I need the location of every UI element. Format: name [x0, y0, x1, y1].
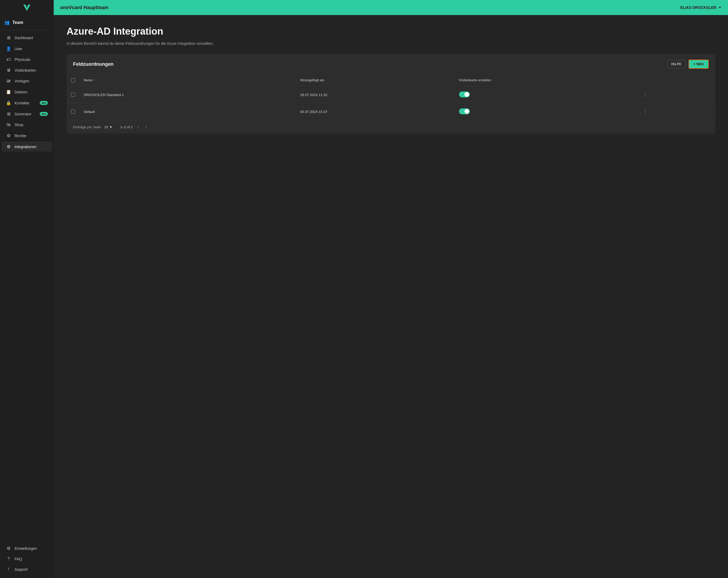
row2-checkbox-cell — [67, 103, 79, 120]
table-row: DROCKSLER-Standard-1 26.07.2024 11:32 ⋮ — [67, 86, 715, 103]
support-icon: ! — [6, 567, 11, 572]
row1-checkbox-cell — [67, 86, 79, 103]
sidebar-item-label: Shop — [15, 123, 23, 127]
sidebar-item-user[interactable]: 👤 User — [2, 44, 52, 54]
table-tbody: DROCKSLER-Standard-1 26.07.2024 11:32 ⋮ — [67, 86, 715, 120]
row1-toggle[interactable] — [459, 91, 470, 98]
row2-added-at: 04.07.2024 15:47 — [296, 103, 455, 120]
row2-dots-menu[interactable]: ⋮ — [641, 108, 711, 116]
sidebar-item-label: Visitenkarten — [15, 68, 36, 73]
col-checkbox — [67, 74, 79, 86]
sidebar-item-rechte[interactable]: ⚙ Rechte — [2, 130, 52, 141]
row1-actions: ⋮ — [636, 86, 715, 103]
sidebar-item-dashboard[interactable]: ⊞ Dashboard — [2, 32, 52, 43]
svg-marker-0 — [23, 5, 31, 11]
table-footer: Einträge pro Seite 10 ▼ 1–2 of 2 ‹ › — [67, 120, 715, 134]
sidebar-item-shop[interactable]: 🛍 Shop — [2, 120, 52, 130]
row1-toggle-cell — [455, 86, 636, 103]
sidebar-item-label: Generator — [15, 112, 31, 116]
row1-name: DROCKSLER-Standard-1 — [79, 86, 296, 103]
sidebar-section-team: 👥 Team — [0, 17, 54, 28]
sidebar-item-label: Physicals — [15, 57, 30, 62]
generator-badge: neu — [40, 112, 48, 116]
sidebar-item-einstellungen[interactable]: ⚙ Einstellungen — [2, 543, 52, 554]
dashboard-icon: ⊞ — [6, 35, 11, 40]
faq-icon: ? — [6, 556, 11, 561]
row2-toggle[interactable] — [459, 108, 470, 114]
chevron-down-icon: ▼ — [718, 6, 722, 9]
main-content: Azure-AD Integration In diesem Bereich k… — [54, 15, 728, 578]
col-create-card-header: Visitenkarte erstellen — [455, 74, 636, 86]
per-page-chevron-icon: ▼ — [109, 125, 113, 129]
pagination-prev-button[interactable]: ‹ — [136, 124, 140, 130]
user-icon: 👤 — [6, 46, 11, 51]
visitenkarten-icon: 🖥 — [6, 68, 11, 73]
row2-checkbox[interactable] — [71, 109, 75, 114]
sidebar-item-support[interactable]: ! Support — [2, 564, 52, 575]
pagination-next-button[interactable]: › — [144, 124, 149, 130]
row2-toggle-cell — [455, 103, 636, 120]
top-header: oneVcard Hauptteam ELIAS DROCKSLER ▼ — [0, 0, 728, 15]
sidebar-item-label: Kontakte — [15, 101, 29, 105]
row1-checkbox[interactable] — [71, 93, 75, 97]
sidebar-item-integrationen[interactable]: ⚙ Integrationen — [2, 141, 52, 152]
sidebar-item-faq[interactable]: ? FAQ — [2, 554, 52, 564]
col-added-at-header: Hinzugefügt am — [296, 74, 455, 86]
sidebar-spacer — [0, 152, 54, 543]
sidebar-item-label: Vorlagen — [15, 79, 29, 83]
kontakte-badge: neu — [40, 101, 48, 105]
per-page-value: 10 — [104, 125, 108, 129]
sidebar-item-dateien[interactable]: 📋 Dateien — [2, 87, 52, 97]
user-menu[interactable]: ELIAS DROCKSLER ▼ — [680, 5, 728, 10]
row1-dots-menu[interactable]: ⋮ — [641, 91, 711, 99]
per-page-select[interactable]: 10 ▼ — [104, 125, 112, 129]
user-name: ELIAS DROCKSLER — [680, 5, 716, 10]
hilfe-button[interactable]: HILFE — [667, 60, 686, 69]
einstellungen-icon: ⚙ — [6, 546, 11, 551]
sidebar-item-visitenkarten[interactable]: 🖥 Visitenkarten — [2, 65, 52, 75]
pagination-info: 1–2 of 2 — [120, 125, 133, 129]
generator-icon: ⊞ — [6, 111, 11, 116]
sidebar-bottom: ⚙ Einstellungen ? FAQ ! Support — [0, 543, 54, 578]
team-icon: 👥 — [4, 20, 10, 25]
sidebar-item-label: Dateien — [15, 90, 27, 94]
neu-button[interactable]: + NEU — [688, 59, 709, 69]
sidebar-section-label: Team — [12, 20, 23, 25]
page-title: Azure-AD Integration — [67, 26, 715, 37]
page-description: In diesem Bereich kannst du deine Feldzu… — [67, 41, 715, 46]
layout: 👥 Team ⊞ Dashboard 👤 User 🏷 Physicals 🖥 … — [0, 15, 728, 578]
sidebar: 👥 Team ⊞ Dashboard 👤 User 🏷 Physicals 🖥 … — [0, 15, 54, 578]
sidebar-item-physicals[interactable]: 🏷 Physicals — [2, 54, 52, 65]
sidebar-item-label: FAQ — [15, 557, 22, 561]
table-card: Feldzuordnungen HILFE + NEU — [67, 54, 715, 134]
row2-name: Default — [79, 103, 296, 120]
select-all-checkbox[interactable] — [71, 78, 75, 82]
sidebar-item-label: Rechte — [15, 134, 26, 138]
plus-icon: + — [693, 62, 696, 66]
table-section-title: Feldzuordnungen — [73, 61, 667, 67]
app-logo — [22, 3, 32, 12]
sidebar-item-label: User — [15, 47, 23, 51]
row1-added-at: 26.07.2024 11:32 — [296, 86, 455, 103]
neu-label: NEU — [697, 62, 704, 66]
integrationen-icon: ⚙ — [6, 144, 11, 149]
kontakte-icon: 🔒 — [6, 100, 11, 105]
sidebar-item-generator[interactable]: ⊞ Generator neu — [2, 109, 52, 119]
sidebar-item-label: Support — [15, 567, 28, 572]
table-header-row: Name ↑ Hinzugefügt am Visitenkarte erste… — [67, 74, 715, 86]
row2-actions: ⋮ — [636, 103, 715, 120]
table-thead: Name ↑ Hinzugefügt am Visitenkarte erste… — [67, 74, 715, 86]
col-actions-header — [636, 74, 715, 86]
data-table: Name ↑ Hinzugefügt am Visitenkarte erste… — [67, 74, 715, 120]
sidebar-item-kontakte[interactable]: 🔒 Kontakte neu — [2, 98, 52, 108]
col-name-header: Name ↑ — [79, 74, 296, 86]
rechte-icon: ⚙ — [6, 133, 11, 138]
vorlagen-icon: 🖳 — [6, 79, 11, 83]
sidebar-item-label: Integrationen — [15, 144, 36, 149]
logo-area — [0, 0, 54, 15]
app-name: oneVcard Hauptteam — [54, 5, 680, 10]
sidebar-item-label: Dashboard — [15, 36, 33, 40]
sidebar-item-vorlagen[interactable]: 🖳 Vorlagen — [2, 76, 52, 86]
shop-icon: 🛍 — [6, 122, 11, 127]
name-header-label: Name ↑ — [84, 78, 95, 82]
